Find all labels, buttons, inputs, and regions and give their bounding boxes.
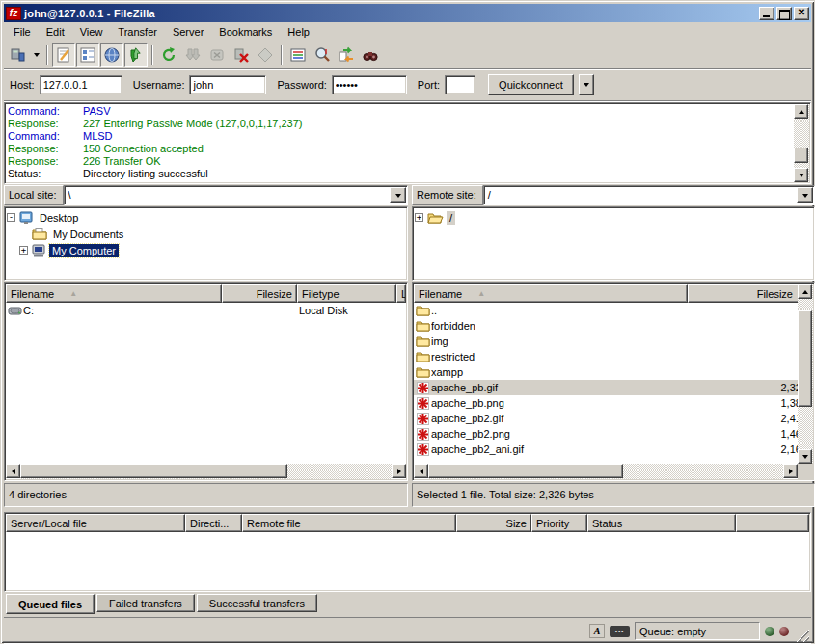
scroll-up-icon[interactable]	[798, 284, 812, 299]
encryption-indicator-icon: ▪▪▪	[610, 626, 630, 637]
username-input[interactable]	[189, 75, 266, 94]
remote-tree: + /	[412, 206, 815, 281]
menu-server[interactable]: Server	[165, 24, 211, 40]
computer-icon	[32, 244, 46, 257]
filezilla-logo-icon: fz	[6, 7, 21, 20]
site-manager-dropdown-icon[interactable]	[31, 44, 42, 66]
column-size[interactable]: Size	[456, 514, 531, 532]
quickconnect-bar: Host: Username: Password: Port: Quickcon…	[4, 69, 811, 101]
disconnect-icon[interactable]	[230, 43, 253, 67]
tab-failed-transfers[interactable]: Failed transfers	[96, 594, 195, 612]
refresh-icon[interactable]	[157, 43, 180, 67]
remote-file-row[interactable]: xampp	[414, 364, 813, 380]
column-status[interactable]: Status	[587, 514, 736, 532]
resize-grip[interactable]	[794, 627, 809, 642]
close-button[interactable]	[794, 7, 809, 20]
column-last-modified[interactable]: L	[396, 284, 406, 303]
directory-filter-icon[interactable]	[286, 43, 310, 67]
scroll-right-icon[interactable]	[392, 464, 406, 478]
host-input[interactable]	[40, 75, 122, 94]
remote-horizontal-scrollbar[interactable]	[414, 464, 813, 479]
scrollbar-thumb[interactable]	[20, 464, 287, 478]
folder-icon	[414, 366, 431, 378]
column-filetype[interactable]: Filetype	[297, 284, 396, 303]
password-label: Password:	[277, 79, 326, 91]
menu-help[interactable]: Help	[280, 24, 317, 40]
tree-item-desktop[interactable]: - Desktop	[7, 209, 405, 226]
local-horizontal-scrollbar[interactable]	[6, 464, 406, 479]
toggle-transfer-queue-icon[interactable]	[124, 43, 148, 67]
scroll-up-icon[interactable]	[794, 104, 808, 119]
local-file-row[interactable]: C: Local Disk	[6, 303, 406, 318]
quickconnect-button[interactable]: Quickconnect	[488, 74, 574, 95]
remote-file-row[interactable]: apache_pb.png1,385	[414, 395, 813, 411]
remote-site-combobox[interactable]: /	[483, 185, 815, 205]
log-line: Response:150 Connection accepted	[8, 143, 791, 155]
scrollbar-thumb[interactable]	[798, 310, 812, 407]
collapse-icon[interactable]: -	[7, 213, 15, 222]
scrollbar-thumb[interactable]	[794, 148, 808, 163]
remote-file-row[interactable]: apache_pb.gif2,326	[414, 380, 813, 395]
remote-file-row[interactable]: apache_pb2.png1,463	[414, 426, 813, 442]
scroll-right-icon[interactable]	[783, 464, 798, 478]
expand-icon[interactable]: +	[415, 213, 423, 222]
combo-dropdown-icon[interactable]	[390, 187, 406, 203]
column-direction[interactable]: Directi...	[185, 514, 242, 532]
menu-file[interactable]: File	[6, 24, 39, 40]
column-server-local-file[interactable]: Server/Local file	[6, 514, 185, 532]
toggle-remote-tree-icon[interactable]	[100, 43, 123, 67]
scroll-down-icon[interactable]	[798, 449, 812, 464]
column-filesize[interactable]: Filesize	[688, 284, 813, 303]
menu-transfer[interactable]: Transfer	[110, 24, 165, 40]
log-line: Command:PASV	[8, 105, 791, 118]
directory-comparison-icon[interactable]	[311, 43, 334, 67]
synchronized-browsing-icon[interactable]	[335, 43, 358, 67]
reconnect-icon[interactable]	[254, 43, 277, 67]
quickconnect-dropdown-icon[interactable]	[579, 74, 594, 95]
toggle-message-log-icon[interactable]	[52, 43, 75, 67]
remote-file-row[interactable]: img	[414, 334, 813, 349]
column-priority[interactable]: Priority	[531, 514, 587, 532]
file-name: C:	[23, 305, 220, 316]
column-filename[interactable]: Filename▲	[414, 284, 688, 303]
window-title: john@127.0.0.1 - FileZilla	[24, 8, 757, 19]
remote-file-row[interactable]: ..	[414, 303, 813, 318]
toggle-local-tree-icon[interactable]	[76, 43, 99, 67]
tree-item-my-computer[interactable]: + My Computer	[7, 242, 405, 258]
scrollbar-thumb[interactable]	[428, 464, 623, 478]
scroll-left-icon[interactable]	[6, 464, 20, 478]
site-manager-icon[interactable]	[7, 43, 30, 67]
menu-edit[interactable]: Edit	[39, 24, 72, 40]
activity-led-green-icon	[765, 627, 774, 636]
scroll-left-icon[interactable]	[414, 464, 428, 478]
menu-view[interactable]: View	[72, 24, 111, 40]
expand-icon[interactable]: +	[19, 246, 28, 255]
scroll-down-icon[interactable]	[794, 168, 808, 182]
column-remote-file[interactable]: Remote file	[242, 514, 456, 532]
cancel-operation-icon[interactable]	[205, 43, 229, 67]
port-input[interactable]	[445, 75, 475, 94]
log-scrollbar[interactable]	[794, 104, 809, 182]
remote-site-label: Remote site:	[412, 185, 483, 205]
tree-item-root[interactable]: + /	[415, 209, 812, 226]
column-filename[interactable]: Filename▲	[6, 284, 222, 303]
remote-file-row[interactable]: apache_pb2.gif2,414	[414, 411, 813, 426]
image-file-icon	[414, 443, 431, 456]
maximize-button[interactable]	[776, 7, 792, 20]
tab-successful-transfers[interactable]: Successful transfers	[197, 594, 317, 612]
column-filesize[interactable]: Filesize	[222, 284, 297, 303]
tree-item-my-documents[interactable]: My Documents	[7, 226, 405, 242]
process-queue-icon[interactable]	[181, 43, 204, 67]
minimize-button[interactable]	[759, 7, 774, 20]
find-files-icon[interactable]	[359, 43, 382, 67]
remote-file-row[interactable]: apache_pb2_ani.gif2,160	[414, 442, 813, 457]
remote-file-row[interactable]: forbidden	[414, 318, 813, 334]
filezilla-window: fz john@127.0.0.1 - FileZilla File Edit …	[0, 0, 815, 644]
remote-file-row[interactable]: restricted	[414, 349, 813, 364]
local-site-combobox[interactable]: \	[64, 185, 408, 205]
tab-queued-files[interactable]: Queued files	[6, 594, 95, 614]
menu-bookmarks[interactable]: Bookmarks	[211, 24, 280, 40]
combo-dropdown-icon[interactable]	[797, 187, 813, 203]
password-input[interactable]	[332, 75, 407, 94]
remote-vertical-scrollbar[interactable]	[798, 284, 813, 464]
